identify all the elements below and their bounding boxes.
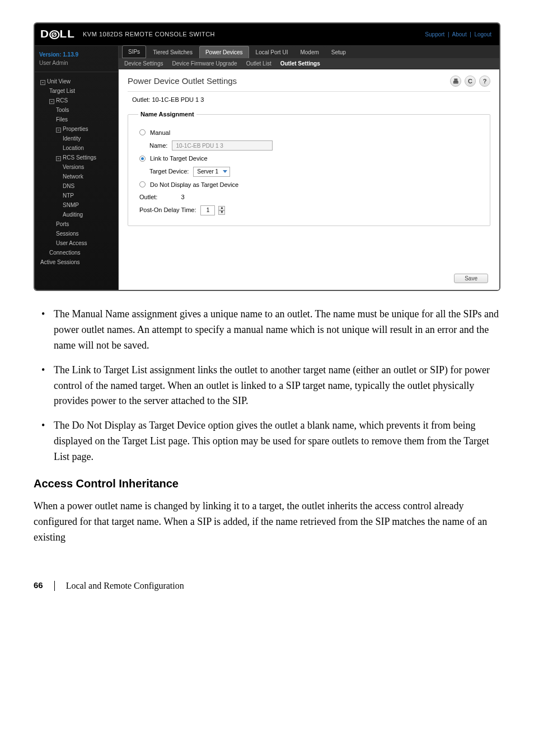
name-label: Name: xyxy=(149,141,167,151)
tree-identity[interactable]: Identity xyxy=(63,135,81,142)
secondary-tabs: Device Settings Device Firmware Upgrade … xyxy=(119,58,499,69)
tree-location[interactable]: Location xyxy=(63,145,84,151)
name-input[interactable]: 10-1C-EB PDU 1 3 xyxy=(172,140,273,151)
tree-snmp[interactable]: SNMP xyxy=(63,202,79,208)
version-label: Version: 1.13.9 xyxy=(39,50,114,59)
target-device-select[interactable]: Server 1 xyxy=(193,167,230,177)
tree-connections[interactable]: Connections xyxy=(49,250,81,256)
tree-active-sessions[interactable]: Active Sessions xyxy=(40,259,80,265)
subtab-device-firmware-upgrade[interactable]: Device Firmware Upgrade xyxy=(172,59,237,68)
page-footer: 66 Local and Remote Configuration xyxy=(34,579,500,593)
refresh-icon[interactable]: C xyxy=(465,76,476,87)
tree-toggle-icon[interactable]: - xyxy=(40,80,45,85)
tree-auditing[interactable]: Auditing xyxy=(63,212,83,218)
tree-ports[interactable]: Ports xyxy=(56,221,69,227)
tab-modem[interactable]: Modem xyxy=(294,46,324,58)
footer-separator xyxy=(54,581,55,591)
tab-sips[interactable]: SIPs xyxy=(122,45,146,58)
outlet-identifier: Outlet: 10-1C-EB PDU 1 3 xyxy=(132,95,490,105)
tree-network[interactable]: Network xyxy=(63,173,83,180)
tab-tiered-switches[interactable]: Tiered Switches xyxy=(147,46,198,58)
bullet-list: The Manual Name assignment gives a uniqu… xyxy=(34,307,500,465)
app-topbar: DØLL KVM 1082DS REMOTE CONSOLE SWITCH Su… xyxy=(35,24,499,46)
list-item: The Link to Target List assignment links… xyxy=(34,363,500,410)
tree-tools[interactable]: Tools xyxy=(56,107,69,113)
section-heading: Access Control Inheritance xyxy=(34,475,500,492)
name-assignment-fieldset: Name Assignment Manual Name: 10-1C-EB PD… xyxy=(128,110,490,226)
tree-versions[interactable]: Versions xyxy=(63,164,84,170)
save-button[interactable]: Save xyxy=(454,274,488,283)
tree-toggle-icon[interactable]: - xyxy=(49,99,54,104)
radio-link-target[interactable] xyxy=(139,156,146,162)
tree-toggle-icon[interactable]: - xyxy=(56,156,61,161)
radio-link-target-label: Link to Target Device xyxy=(150,154,208,163)
outlet-number-value: 3 xyxy=(181,192,184,202)
radio-manual-label: Manual xyxy=(150,128,170,138)
app-screenshot: DØLL KVM 1082DS REMOTE CONSOLE SWITCH Su… xyxy=(34,22,500,291)
tree-unit-view[interactable]: Unit View xyxy=(47,78,71,84)
spinner-down-icon[interactable]: ▼ xyxy=(218,210,225,215)
nav-tree: -Unit View Target List -RCS Tools Files … xyxy=(35,72,118,290)
subtab-outlet-settings[interactable]: Outlet Settings xyxy=(280,59,320,68)
fieldset-legend: Name Assignment xyxy=(138,110,196,119)
tree-rcs[interactable]: RCS xyxy=(56,97,68,104)
tab-power-devices[interactable]: Power Devices xyxy=(199,46,249,58)
radio-do-not-display[interactable] xyxy=(139,181,146,187)
footer-chapter-title: Local and Remote Configuration xyxy=(66,579,184,593)
brand-logo: DØLL xyxy=(40,27,75,42)
tree-rcs-settings[interactable]: RCS Settings xyxy=(63,154,96,161)
sidebar: Version: 1.13.9 User Admin -Unit View Ta… xyxy=(35,46,119,290)
spinner-up-icon[interactable]: ▲ xyxy=(218,206,225,210)
target-device-label: Target Device: xyxy=(149,167,189,176)
tree-sessions[interactable]: Sessions xyxy=(56,231,79,237)
list-item: The Do Not Display as Target Device opti… xyxy=(34,418,500,465)
post-on-delay-input[interactable]: 1 xyxy=(200,205,215,215)
list-item: The Manual Name assignment gives a uniqu… xyxy=(34,307,500,354)
tree-ntp[interactable]: NTP xyxy=(63,192,74,199)
tree-user-access[interactable]: User Access xyxy=(56,240,87,246)
body-paragraph: When a power outlet name is changed by l… xyxy=(34,499,500,546)
link-logout[interactable]: Logout xyxy=(474,31,491,37)
post-on-delay-label: Post-On Delay Time: xyxy=(139,205,196,215)
tab-local-port-ui[interactable]: Local Port UI xyxy=(250,46,294,58)
tab-setup[interactable]: Setup xyxy=(326,46,352,58)
content-panel: Power Device Outlet Settings 🖶 C ? Outle… xyxy=(119,69,499,290)
tree-toggle-icon[interactable]: - xyxy=(56,128,61,133)
tree-files[interactable]: Files xyxy=(56,116,68,123)
radio-do-not-display-label: Do Not Display as Target Device xyxy=(150,180,238,190)
subtab-outlet-list[interactable]: Outlet List xyxy=(246,59,271,68)
help-icon[interactable]: ? xyxy=(479,76,490,87)
tree-properties[interactable]: Properties xyxy=(63,126,88,132)
subtab-device-settings[interactable]: Device Settings xyxy=(124,59,163,68)
primary-tabs: SIPs Tiered Switches Power Devices Local… xyxy=(119,46,499,58)
outlet-number-label: Outlet: xyxy=(139,192,157,202)
user-admin-label: User Admin xyxy=(39,59,114,67)
page-number: 66 xyxy=(34,579,43,592)
tree-dns[interactable]: DNS xyxy=(63,183,74,189)
link-about[interactable]: About xyxy=(452,31,467,37)
app-title: KVM 1082DS REMOTE CONSOLE SWITCH xyxy=(83,30,215,39)
tree-target-list[interactable]: Target List xyxy=(49,88,75,94)
print-icon[interactable]: 🖶 xyxy=(450,76,461,87)
page-title: Power Device Outlet Settings xyxy=(128,75,237,88)
link-support[interactable]: Support xyxy=(425,31,444,37)
radio-manual[interactable] xyxy=(139,129,146,135)
